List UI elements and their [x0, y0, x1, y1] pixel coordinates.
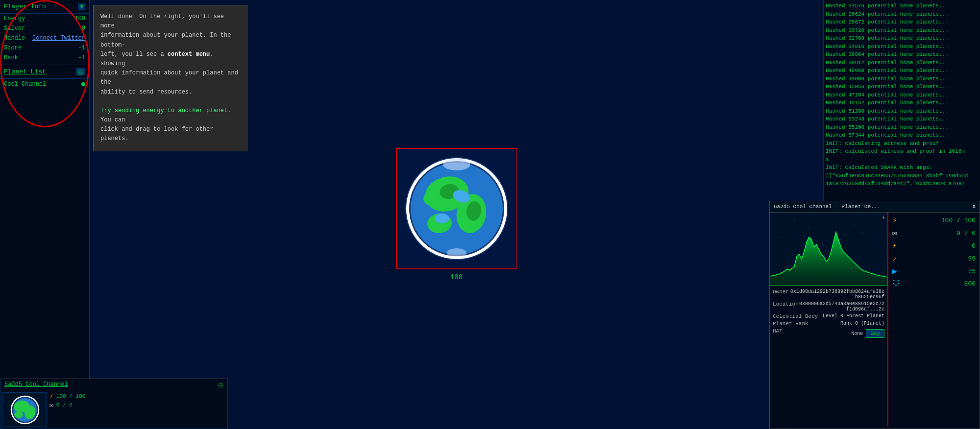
bottom-left-panel: 6a2d5 Cool Channel 🗂 ⚡ 100 / 100 ✉ 0 / 0 [0, 379, 228, 429]
svg-point-10 [435, 214, 449, 223]
bottom-panel-icon: 🗂 [218, 381, 223, 388]
log-line: Hashed 45056 potential home planets... [826, 83, 978, 91]
close-button[interactable]: X [972, 204, 976, 210]
silver-stat-row: ✉ 0 / 0 [892, 228, 976, 238]
tooltip-box: Well done! On the right, you'll see more… [93, 5, 247, 151]
celestial-body-value: Level 0 Forest Planet [823, 313, 884, 319]
log-line: INIT: calculating witness and proof [826, 140, 978, 148]
log-line: [["0x6f4e9c846c33e557576636834 3b3bf1090… [826, 172, 978, 180]
log-line: Hashed 24576 potential home planets... [826, 2, 978, 10]
rank-label: Rank [4, 54, 18, 61]
score-row: Score -1 [0, 43, 89, 53]
svg-point-18 [862, 232, 863, 233]
planet-rank-label: Planet Rank [773, 321, 808, 327]
log-line: Hashed 57344 potential home planets... [826, 131, 978, 140]
log-line: Hashed 34816 potential home planets... [826, 43, 978, 51]
bolt2-stat-value: 0 [972, 242, 976, 250]
bottom-panel-title: 6a2d5 Cool Channel [4, 381, 68, 388]
energy-row: Energy 100 [0, 14, 89, 24]
owner-label: Owner [773, 289, 789, 300]
channel-status-dot [81, 82, 85, 86]
detail-title: 6a2d5 Cool Channel - Planet De... [774, 204, 881, 210]
svg-point-27 [14, 411, 23, 418]
bolt2-stat-row: ⚡ 0 [892, 241, 976, 251]
range-icon: ▶ [892, 266, 897, 276]
rank-value: -1 [78, 54, 85, 61]
svg-point-12 [447, 248, 466, 257]
hat-row: HAT None Buy [773, 328, 884, 338]
planet-container: 100 [396, 148, 517, 281]
mini-stats: ⚡ 100 / 100 ✉ 0 / 0 [49, 392, 85, 409]
log-line: Hashed 38912 potential home planets... [826, 59, 978, 67]
location-label: Location [773, 301, 799, 312]
log-line: Hashed 49152 potential home planets... [826, 99, 978, 107]
bolt2-icon: ⚡ [892, 241, 897, 251]
bottom-panel-header[interactable]: 6a2d5 Cool Channel 🗂 [0, 379, 227, 390]
score-label: Score [4, 45, 22, 51]
energy-value: 100 [74, 15, 85, 22]
energy-stat-row: ⚡ 100 / 100 [892, 215, 976, 225]
mini-planet-image [2, 392, 47, 427]
log-line: Hashed 53248 potential home planets... [826, 115, 978, 123]
planet-list-icon: 🗂 [76, 68, 85, 75]
envelope-icon: ✉ [892, 228, 897, 238]
log-line: Hashed 32768 potential home planets... [826, 34, 978, 43]
detail-chart-svg [770, 213, 887, 286]
energy-label: Energy [4, 15, 25, 22]
owner-row: Owner 0x1d08da1292b736892fbb8624afa38cb8… [773, 289, 884, 300]
silver-stat-value: 0 / 0 [956, 230, 976, 237]
buy-button[interactable]: Buy [866, 329, 884, 338]
silver-label: Silver [4, 25, 25, 32]
log-line: Hashed 36864 potential home planets... [826, 50, 978, 59]
log-line: Hashed 40960 potential home planets... [826, 67, 978, 75]
log-line: Hashed 47104 potential home planets... [826, 91, 978, 99]
detail-right: ⚡ 100 / 100 ✉ 0 / 0 ⚡ 0 ↗ 99 ▶ 75 🛡 800 [887, 213, 980, 426]
detail-info-table: Owner 0x1d08da1292b736892fbb8624afa38cb8… [770, 286, 887, 342]
tooltip-highlight-context: context menu [168, 51, 210, 58]
player-info-header[interactable]: Player Info ▼ [0, 0, 89, 14]
energy-stat-value: 100 / 100 [941, 217, 976, 224]
bottom-panel-body: ⚡ 100 / 100 ✉ 0 / 0 [0, 390, 227, 429]
mini-energy-value: 100 / 100 [56, 393, 85, 399]
defense-stat-value: 800 [964, 280, 976, 287]
svg-point-20 [853, 224, 854, 225]
log-line: Hashed 55296 potential home planets... [826, 123, 978, 132]
planet-rank-row: Planet Rank Rank 0 (Planet) [773, 321, 884, 327]
log-line: Hashed 26624 potential home planets... [826, 10, 978, 19]
mini-silver-value: 0 / 0 [56, 402, 73, 408]
range-stat-row: ▶ 75 [892, 266, 976, 276]
silver-row: Silver 0 [0, 24, 89, 33]
detail-header: 6a2d5 Cool Channel - Planet De... X [770, 201, 980, 213]
svg-point-2 [411, 163, 503, 255]
mini-bolt-icon: ⚡ [49, 392, 53, 400]
location-value: 0x00006a2d5743a3a0e88915e2c72f1d096cf...… [799, 301, 884, 312]
channel-item[interactable]: Cool Channel [0, 79, 89, 90]
planet-rank-value: Rank 0 (Planet) [840, 321, 884, 327]
connect-twitter-link[interactable]: Connect Twitter [32, 35, 85, 42]
log-line: INIT: calculated witness and proof in 16… [826, 147, 978, 156]
svg-point-11 [443, 159, 470, 170]
mini-energy-row: ⚡ 100 / 100 [49, 392, 85, 400]
detail-left: + [770, 213, 887, 426]
handle-label: Handle [4, 35, 25, 42]
svg-point-6 [423, 192, 441, 206]
handle-row: Handle Connect Twitter [0, 33, 89, 43]
detail-body: + [770, 213, 980, 426]
mini-silver-row: ✉ 0 / 0 [49, 401, 85, 409]
score-stat-row: ↗ 99 [892, 254, 976, 263]
celestial-body-row: Celestial Body Level 0 Forest Planet [773, 313, 884, 319]
range-stat-value: 75 [968, 268, 976, 275]
planet-detail-panel: 6a2d5 Cool Channel - Planet De... X + [769, 201, 980, 429]
planet-list-label: Planet List [4, 68, 46, 75]
planet-list-header[interactable]: Planet List 🗂 [0, 65, 89, 79]
planet-svg [403, 155, 511, 262]
hat-label: HAT [773, 328, 783, 338]
log-line: 1a18726258dd93f104dd7a4c7","0x1bc4e20 a7… [826, 180, 978, 188]
hat-value: None [851, 331, 863, 336]
log-line: INIT: calculated SNARK with args: [826, 164, 978, 172]
defense-stat-row: 🛡 800 [892, 279, 976, 288]
chart-plus-icon: + [882, 214, 885, 221]
bolt-icon: ⚡ [892, 215, 897, 225]
mini-envelope-icon: ✉ [49, 401, 53, 409]
tooltip-green: Try sending energy to another planet. [100, 107, 231, 114]
